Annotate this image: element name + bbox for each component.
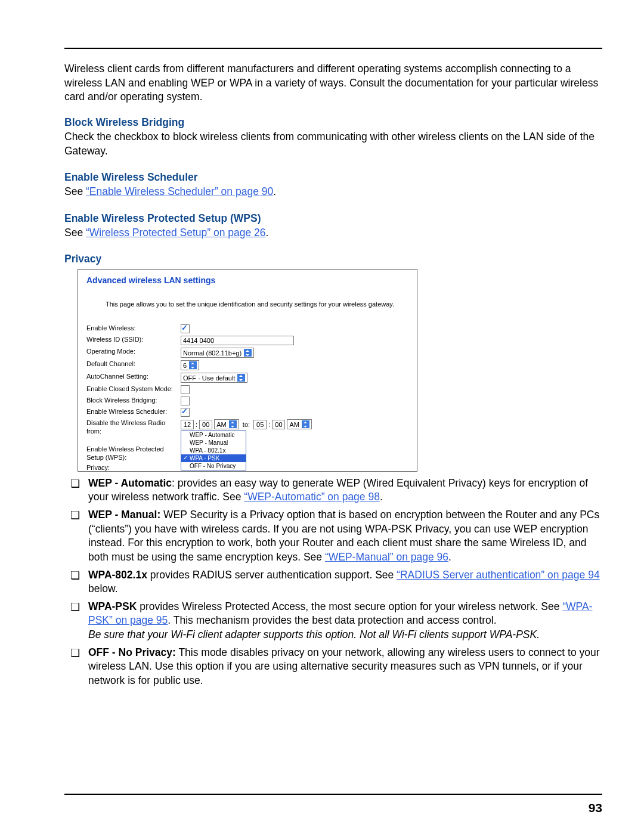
input-ssid[interactable] (181, 336, 294, 345)
select-autochannel[interactable]: OFF - Use default (181, 373, 247, 383)
link-wps[interactable]: “Wireless Protected Setup” on page 26 (86, 227, 266, 239)
item-wep-manual: WEP - Manual: WEP Security is a Privacy … (70, 508, 602, 565)
scheduler-body: See “Enable Wireless Scheduler” on page … (64, 185, 602, 199)
item-off-title: OFF - No Privacy: (88, 646, 176, 658)
page-number: 93 (589, 801, 602, 815)
to-label: to: (243, 421, 250, 428)
disable-radio-controls: : AM to: : AM WEP - Automatic WEP - Manu… (181, 419, 312, 470)
updown-icon (229, 420, 237, 428)
label-ssid: Wireless ID (SSID): (86, 336, 181, 343)
see-text: See (64, 185, 86, 197)
input-to-mm[interactable] (272, 420, 285, 429)
label-mode: Operating Mode: (86, 348, 181, 355)
period: . (380, 491, 383, 503)
input-from-hh[interactable] (181, 420, 194, 429)
privacy-dropdown-list[interactable]: WEP - Automatic WEP - Manual WPA - 802.1… (181, 431, 246, 470)
checkbox-block[interactable] (181, 397, 190, 405)
shot-title: Advanced wireless LAN settings (86, 275, 408, 285)
select-mode[interactable]: Normal (802.11b+g) (181, 348, 254, 358)
select-mode-value: Normal (802.11b+g) (183, 349, 242, 357)
item-wpa-title: WPA-802.1x (88, 569, 147, 581)
item-psk-title: WPA-PSK (88, 600, 137, 612)
privacy-opt-wpa-8021x[interactable]: WPA - 802.1x (181, 447, 246, 454)
privacy-opt-wpa-psk[interactable]: WPA - PSK (181, 454, 246, 462)
heading-enable-scheduler: Enable Wireless Scheduler (64, 171, 602, 184)
row-ssid: Wireless ID (SSID): (86, 336, 408, 345)
updown-icon (237, 374, 245, 382)
row-block: Block Wireless Bridging: (86, 397, 408, 405)
privacy-opt-wep-auto[interactable]: WEP - Automatic (181, 431, 246, 439)
see-text: See (64, 227, 86, 239)
link-scheduler[interactable]: “Enable Wireless Scheduler” on page 90 (86, 185, 273, 197)
label-wps: Enable Wireless Protected Setup (WPS): (86, 445, 181, 461)
item-off: OFF - No Privacy: This mode disables pri… (70, 646, 602, 688)
select-channel[interactable]: 6 (181, 360, 199, 370)
updown-icon (302, 420, 309, 428)
item-psk-text1: provides Wireless Protected Access, the … (137, 600, 562, 612)
select-to-ampm[interactable]: AM (287, 419, 312, 429)
privacy-option-list: WEP - Automatic: provides an easy way to… (70, 476, 602, 688)
item-psk-text2: . This mechanism provides the best data … (168, 614, 496, 626)
privacy-opt-off[interactable]: OFF - No Privacy (181, 462, 246, 470)
below-text: below. (88, 583, 118, 594)
select-autochannel-value: OFF - Use default (183, 374, 235, 382)
item-wpa-8021x: WPA-802.1x provides RADIUS server authen… (70, 568, 602, 596)
link-wep-manual[interactable]: “WEP-Manual” on page 96 (325, 551, 448, 563)
shot-desc: This page allows you to set the unique i… (106, 301, 408, 308)
row-channel: Default Channel: 6 (86, 360, 408, 370)
period: . (266, 227, 269, 239)
item-wep-auto: WEP - Automatic: provides an easy way to… (70, 476, 602, 504)
label-autochannel: AutoChannel Setting: (86, 373, 181, 380)
label-disable-radio: Disable the Wireless Radio from: (86, 419, 181, 435)
label-closed: Enable Closed System Mode: (86, 385, 181, 392)
updown-icon (189, 361, 197, 369)
block-bridging-body: Check the checkbox to block wireless cli… (64, 130, 602, 158)
row-autochannel: AutoChannel Setting: OFF - Use default (86, 373, 408, 383)
heading-wps: Enable Wireless Protected Setup (WPS) (64, 212, 602, 225)
item-wep-auto-title: WEP - Automatic (88, 477, 172, 489)
label-privacy: Privacy: (86, 464, 181, 471)
heading-privacy: Privacy (64, 253, 602, 265)
row-sched: Enable Wireless Scheduler: (86, 408, 408, 417)
period: . (273, 185, 276, 197)
intro-paragraph: Wireless client cards from different man… (64, 62, 602, 104)
link-radius[interactable]: “RADIUS Server authentication” on page 9… (397, 569, 599, 581)
input-to-hh[interactable] (253, 420, 267, 429)
row-closed: Enable Closed System Mode: (86, 385, 408, 394)
from-ampm-value: AM (216, 421, 227, 428)
input-from-mm[interactable] (199, 420, 212, 429)
wps-body: See “Wireless Protected Setup” on page 2… (64, 226, 602, 240)
link-wep-auto[interactable]: “WEP-Automatic” on page 98 (244, 491, 380, 503)
page: Wireless client cards from different man… (0, 0, 644, 833)
label-sched: Enable Wireless Scheduler: (86, 408, 181, 415)
item-psk-note: Be sure that your Wi-Fi client adapter s… (88, 628, 540, 640)
checkbox-enable-wireless[interactable] (181, 324, 190, 333)
row-mode: Operating Mode: Normal (802.11b+g) (86, 348, 408, 358)
item-wep-manual-title: WEP - Manual: (88, 509, 160, 521)
item-wpa-psk: WPA-PSK provides Wireless Protected Acce… (70, 600, 602, 642)
select-channel-value: 6 (183, 362, 187, 369)
privacy-opt-wep-manual[interactable]: WEP - Manual (181, 439, 246, 447)
label-enable-wireless: Enable Wireless: (86, 324, 181, 332)
row-enable-wireless: Enable Wireless: (86, 324, 408, 333)
updown-icon (244, 349, 252, 357)
settings-screenshot: Advanced wireless LAN settings This page… (78, 269, 417, 471)
checkbox-sched[interactable] (181, 408, 190, 417)
label-channel: Default Channel: (86, 360, 181, 367)
label-block: Block Wireless Bridging: (86, 397, 181, 404)
select-from-ampm[interactable]: AM (214, 419, 239, 429)
bottom-rule (64, 794, 602, 795)
to-ampm-value: AM (289, 421, 299, 428)
period: . (448, 551, 451, 563)
item-wpa-text: provides RADIUS server authentication su… (147, 569, 397, 581)
top-rule (64, 48, 602, 49)
checkbox-closed[interactable] (181, 385, 190, 394)
row-disable-radio: Disable the Wireless Radio from: : AM to… (86, 419, 408, 470)
heading-block-bridging: Block Wireless Bridging (64, 116, 602, 129)
